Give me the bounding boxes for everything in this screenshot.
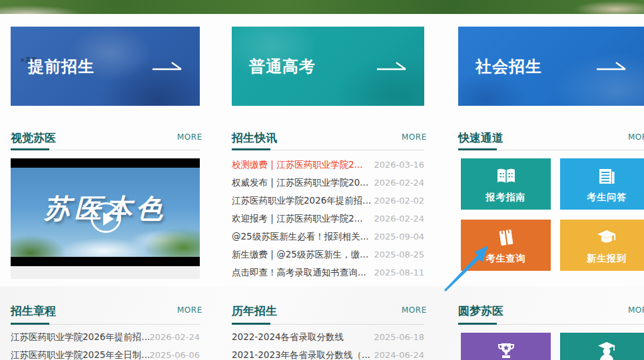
arrow-right-icon [152, 61, 182, 73]
graduation-cap-icon [597, 228, 617, 248]
tile-dream-graduate[interactable] [560, 333, 644, 360]
news-title[interactable]: 权威发布 | 江苏医药职业学院20... [232, 177, 368, 189]
news-date: 2026-02-24 [374, 214, 424, 224]
news-row[interactable]: 点击即查！高考录取通知书查询... 2025-08-11 [232, 264, 424, 281]
news-date: 2026-02-24 [374, 178, 424, 188]
news-row[interactable]: 江苏医药职业学院2026年提前招... 2026-02-02 [232, 192, 424, 210]
arrow-right-icon [596, 61, 627, 73]
news-title[interactable]: 欢迎报考 | 江苏医药职业学院2... [232, 213, 363, 225]
divider-accent [458, 148, 497, 150]
charter-list: 江苏医药职业学院2026年提前招... 2026-02-24 江苏医药职业学院2… [11, 328, 200, 360]
more-link-quick[interactable]: MORE [628, 132, 644, 142]
tile-label: 报考指南 [486, 192, 526, 204]
tile-label: 考生查询 [486, 253, 526, 265]
news-title[interactable]: @25级苏医新生必看！报到相关... [232, 231, 369, 243]
more-link-history[interactable]: MORE [402, 305, 427, 315]
arrow-right-icon [376, 61, 407, 73]
news-row[interactable]: 欢迎报考 | 江苏医药职业学院2... 2026-02-24 [232, 210, 424, 228]
history-list: 2022-2024各省录取分数线 2025-06-18 2021-2023年各省… [232, 328, 424, 360]
books-icon [496, 228, 516, 248]
section-title-news: 招生快讯 [232, 130, 277, 146]
tile-candidate-query[interactable]: 考生查询 [461, 220, 551, 271]
more-link-dream[interactable]: MORE [628, 305, 644, 315]
tile-label: 新生报到 [587, 253, 627, 265]
newspaper-icon [597, 166, 617, 186]
graduate-icon [597, 341, 617, 360]
play-icon[interactable] [91, 202, 121, 233]
banner-regular-gaokao[interactable]: 普通高考 [232, 27, 424, 106]
banner-title: 提前招生 [28, 56, 95, 77]
news-row[interactable]: 权威发布 | 江苏医药职业学院20... 2026-02-24 [232, 174, 424, 192]
news-row[interactable]: @25级苏医新生必看！报到相关... 2025-09-04 [232, 228, 424, 246]
campus-photo-strip [0, 0, 644, 14]
news-row[interactable]: 江苏医药职业学院2026年提前招... 2026-02-24 [11, 328, 200, 346]
news-title[interactable]: 2022-2024各省录取分数线 [232, 331, 344, 343]
news-row[interactable]: 江苏医药职业学院2025年全日制... 2025-06-06 [11, 346, 200, 360]
news-row[interactable]: 2021-2023年各省录取分数线（... 2024-06-24 [232, 346, 424, 360]
divider-accent [11, 148, 49, 150]
tile-application-guide[interactable]: 报考指南 [461, 158, 551, 210]
tile-freshman-registration[interactable]: 新生报到 [560, 220, 644, 271]
news-date: 2026-03-16 [374, 160, 424, 170]
section-title-charter: 招生章程 [11, 303, 56, 319]
news-date: 2024-06-24 [374, 350, 424, 360]
tile-dream-trophy[interactable] [461, 333, 551, 360]
news-title[interactable]: 江苏医药职业学院2025年全日制... [11, 349, 149, 360]
banner-social-admission[interactable]: 社会招生 [458, 27, 644, 106]
divider-accent [232, 148, 270, 150]
news-date: 2026-02-24 [149, 332, 200, 342]
tile-candidate-qa[interactable]: 考生问答 [560, 158, 644, 210]
news-date: 2025-08-11 [374, 268, 424, 277]
section-title-quick: 快速通道 [458, 130, 503, 146]
more-link-visual[interactable]: MORE [177, 132, 202, 142]
divider-accent [458, 323, 497, 325]
campus-video-player[interactable]: 苏医本色 [11, 158, 200, 266]
news-list: 校测缴费 | 江苏医药职业学院2... 2026-03-16 权威发布 | 江苏… [232, 156, 424, 281]
divider-accent [11, 323, 49, 325]
section-title-history: 历年招生 [232, 303, 277, 319]
divider-accent [232, 323, 270, 325]
video-thumbnail: 苏医本色 [11, 168, 200, 257]
banner-title: 普通高考 [249, 56, 316, 77]
trophy-icon [496, 341, 516, 360]
news-title[interactable]: 新生缴费 | @25级苏医新生，缴... [232, 249, 368, 261]
news-row[interactable]: 新生缴费 | @25级苏医新生，缴... 2025-08-25 [232, 246, 424, 264]
open-book-icon [496, 166, 516, 186]
news-date: 2025-09-04 [374, 232, 424, 242]
news-date: 2025-08-25 [374, 250, 424, 260]
banner-title: 社会招生 [476, 56, 542, 77]
section-title-dream: 圆梦苏医 [458, 303, 503, 319]
news-row[interactable]: 校测缴费 | 江苏医药职业学院2... 2026-03-16 [232, 156, 424, 174]
news-title[interactable]: 江苏医药职业学院2026年提前招... [232, 195, 371, 207]
news-row[interactable]: 2022-2024各省录取分数线 2025-06-18 [232, 328, 424, 346]
more-link-charter[interactable]: MORE [177, 305, 202, 315]
banner-early-admission[interactable]: 提前招生 [11, 27, 200, 106]
section-title-visual: 视觉苏医 [11, 130, 56, 146]
video-controls-bar[interactable] [11, 266, 200, 279]
admissions-homepage: 提前招生 ×关闭 普通高考 社会招生 视觉苏医 MORE 招生快讯 MORE 快… [0, 0, 644, 360]
news-title[interactable]: 校测缴费 | 江苏医药职业学院2... [232, 159, 363, 171]
tile-label: 考生问答 [587, 192, 627, 204]
news-title[interactable]: 2021-2023年各省录取分数线（... [232, 349, 370, 360]
news-title[interactable]: 江苏医药职业学院2026年提前招... [11, 331, 149, 343]
news-title[interactable]: 点击即查！高考录取通知书查询... [232, 267, 366, 279]
news-date: 2026-02-02 [374, 196, 424, 206]
more-link-news[interactable]: MORE [402, 132, 427, 142]
news-date: 2025-06-18 [374, 332, 424, 342]
news-date: 2025-06-06 [149, 350, 200, 360]
